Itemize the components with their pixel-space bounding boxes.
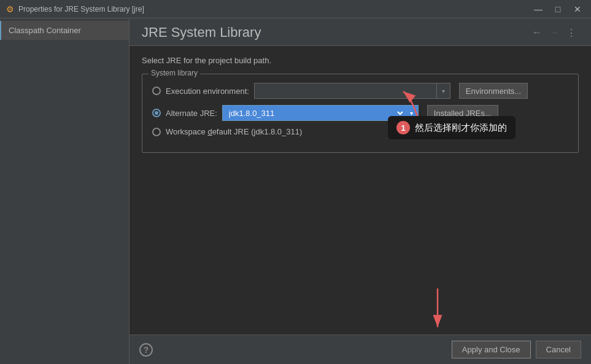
annotation-step-number: 1: [396, 121, 410, 134]
content-body: Select JRE for the project build path. S…: [129, 46, 591, 335]
content-header: JRE System Library ← → ⋮: [129, 18, 591, 46]
maximize-button[interactable]: □: [549, 2, 566, 16]
nav-back-button[interactable]: ←: [530, 25, 544, 40]
system-library-legend: System library: [149, 69, 200, 77]
execution-environment-input[interactable]: [254, 83, 437, 99]
workspace-default-radio[interactable]: [152, 128, 161, 136]
footer-right: Apply and Close Cancel: [452, 341, 581, 358]
annotation-tooltip: 1 然后选择刚才你添加的: [388, 116, 516, 139]
title-bar: ⚙ Properties for JRE System Library [jre…: [0, 0, 591, 18]
alternate-jre-radio[interactable]: [152, 109, 161, 117]
nav-forward-button[interactable]: →: [547, 25, 562, 40]
panel-title: JRE System Library: [142, 25, 261, 41]
nav-menu-button[interactable]: ⋮: [564, 25, 579, 40]
app-icon: ⚙: [5, 4, 15, 14]
close-button[interactable]: ✕: [569, 2, 586, 16]
annotation-text: 然后选择刚才你添加的: [415, 122, 507, 134]
footer-left: ?: [139, 343, 153, 357]
main-content: Classpath Container JRE System Library ←…: [0, 18, 591, 364]
alternate-jre-select[interactable]: jdk1.8.0_311: [222, 105, 405, 121]
execution-environment-radio[interactable]: [152, 87, 161, 95]
header-nav: ← → ⋮: [530, 25, 579, 40]
cancel-button[interactable]: Cancel: [536, 341, 581, 358]
footer: ? Apply and Close Cancel: [129, 335, 591, 364]
execution-environment-dropdown-wrapper: ▾: [254, 83, 450, 99]
environments-button[interactable]: Environments...: [459, 83, 528, 99]
apply-and-close-button[interactable]: Apply and Close: [452, 341, 531, 358]
help-button[interactable]: ?: [139, 343, 153, 357]
execution-environment-label: Execution environment:: [166, 87, 249, 96]
execution-environment-row: Execution environment: ▾ Environments...: [152, 83, 568, 99]
system-library-box: System library Execution environment: ▾ …: [142, 74, 579, 153]
minimize-button[interactable]: —: [530, 2, 547, 16]
alternate-jre-label: Alternate JRE:: [166, 109, 217, 118]
sidebar-item-classpath-container[interactable]: Classpath Container: [0, 21, 129, 40]
content-panel: JRE System Library ← → ⋮ Select JRE for …: [129, 18, 591, 364]
title-bar-title: Properties for JRE System Library [jre]: [18, 5, 530, 14]
execution-environment-arrow-icon[interactable]: ▾: [437, 83, 450, 99]
content-subtitle: Select JRE for the project build path.: [142, 56, 579, 65]
title-bar-controls: — □ ✕: [530, 2, 586, 16]
workspace-default-label: Workspace default JRE (jdk1.8.0_311): [166, 127, 302, 136]
sidebar: Classpath Container: [0, 18, 129, 364]
